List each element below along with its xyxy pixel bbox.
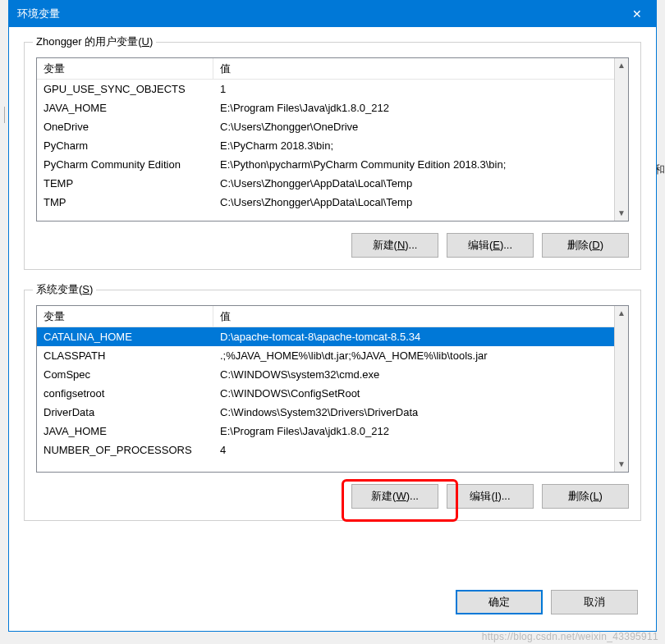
table-row[interactable]: OneDriveC:\Users\Zhongger\OneDrive	[37, 117, 614, 136]
table-row[interactable]: configsetrootC:\WINDOWS\ConfigSetRoot	[37, 384, 614, 403]
system-delete-button[interactable]: 删除(L)	[542, 484, 629, 509]
table-row[interactable]: JAVA_HOMEE:\Program Files\Java\jdk1.8.0_…	[37, 98, 614, 117]
col-header-value[interactable]: 值	[213, 58, 614, 80]
user-edit-button[interactable]: 编辑(E)...	[447, 233, 534, 258]
table-row[interactable]: TEMPC:\Users\Zhongger\AppData\Local\Temp	[37, 174, 614, 193]
var-name-cell: JAVA_HOME	[37, 423, 213, 439]
var-value-cell: .;%JAVA_HOME%\lib\dt.jar;%JAVA_HOME%\lib…	[213, 348, 614, 363]
var-name-cell: CATALINA_HOME	[37, 329, 213, 345]
user-vars-table[interactable]: 变量 值 GPU_USE_SYNC_OBJECTS1JAVA_HOMEE:\Pr…	[36, 57, 629, 222]
close-button[interactable]: ✕	[618, 1, 656, 27]
var-value-cell: D:\apache-tomcat-8\apache-tomcat-8.5.34	[213, 329, 614, 345]
var-value-cell: C:\Users\Zhongger\AppData\Local\Temp	[213, 176, 614, 191]
watermark-text: https://blog.csdn.net/weixin_43395911	[482, 631, 658, 642]
col-header-value[interactable]: 值	[213, 306, 614, 327]
titlebar[interactable]: 环境变量 ✕	[9, 1, 656, 27]
cancel-button[interactable]: 取消	[551, 590, 638, 614]
table-row[interactable]: GPU_USE_SYNC_OBJECTS1	[37, 80, 614, 98]
var-value-cell: E:\Program Files\Java\jdk1.8.0_212	[213, 423, 614, 439]
dialog-content: Zhongger 的用户变量(U) 变量 值 GPU_USE_SYNC_OBJE…	[9, 27, 656, 631]
system-new-button[interactable]: 新建(W)...	[351, 484, 438, 509]
var-name-cell: CLASSPATH	[37, 348, 213, 363]
var-value-cell: E:\Program Files\Java\jdk1.8.0_212	[213, 100, 614, 116]
table-row[interactable]: TMPC:\Users\Zhongger\AppData\Local\Temp	[37, 193, 614, 212]
ok-button[interactable]: 确定	[456, 590, 543, 614]
dialog-footer: 确定 取消	[24, 590, 641, 616]
user-table-scrollbar[interactable]: ▲ ▼	[614, 58, 628, 221]
table-row[interactable]: CLASSPATH.;%JAVA_HOME%\lib\dt.jar;%JAVA_…	[37, 346, 614, 365]
system-vars-label: 系统变量(S)	[33, 282, 96, 297]
var-value-cell: C:\Windows\System32\Drivers\DriverData	[213, 404, 614, 420]
table-row[interactable]: JAVA_HOMEE:\Program Files\Java\jdk1.8.0_…	[37, 422, 614, 441]
var-name-cell: OneDrive	[37, 119, 213, 135]
scroll-down-icon[interactable]: ▼	[617, 208, 626, 219]
table-row[interactable]: NUMBER_OF_PROCESSORS4	[37, 441, 614, 459]
var-value-cell: E:\Python\pycharm\PyCharm Community Edit…	[213, 157, 614, 172]
scroll-up-icon[interactable]: ▲	[617, 308, 626, 319]
dialog-title: 环境变量	[17, 7, 60, 21]
system-table-scrollbar[interactable]: ▲ ▼	[614, 306, 628, 472]
user-vars-group: Zhongger 的用户变量(U) 变量 值 GPU_USE_SYNC_OBJE…	[24, 42, 641, 270]
var-value-cell: E:\PyCharm 2018.3\bin;	[213, 138, 614, 153]
system-vars-buttons: 新建(W)... 编辑(I)... 删除(L)	[36, 484, 629, 509]
col-header-variable[interactable]: 变量	[37, 306, 213, 327]
table-row[interactable]: DriverDataC:\Windows\System32\Drivers\Dr…	[37, 403, 614, 422]
var-value-cell: C:\WINDOWS\ConfigSetRoot	[213, 386, 614, 401]
var-name-cell: PyCharm	[37, 138, 213, 153]
var-name-cell: NUMBER_OF_PROCESSORS	[37, 442, 213, 458]
var-name-cell: DriverData	[37, 404, 213, 420]
system-vars-group: 系统变量(S) 变量 值 CATALINA_HOMED:\apache-tomc…	[24, 290, 641, 521]
user-vars-buttons: 新建(N)... 编辑(E)... 删除(D)	[36, 233, 629, 258]
var-value-cell: C:\Users\Zhongger\AppData\Local\Temp	[213, 194, 614, 210]
scroll-up-icon[interactable]: ▲	[617, 60, 626, 71]
var-value-cell: 1	[213, 81, 614, 97]
var-value-cell: C:\WINDOWS\system32\cmd.exe	[213, 367, 614, 382]
var-name-cell: GPU_USE_SYNC_OBJECTS	[37, 81, 213, 97]
user-delete-button[interactable]: 删除(D)	[542, 233, 629, 258]
close-icon: ✕	[632, 7, 642, 21]
var-name-cell: configsetroot	[37, 386, 213, 401]
system-vars-table[interactable]: 变量 值 CATALINA_HOMED:\apache-tomcat-8\apa…	[36, 305, 629, 473]
col-header-variable[interactable]: 变量	[37, 58, 213, 80]
table-row[interactable]: ComSpecC:\WINDOWS\system32\cmd.exe	[37, 365, 614, 384]
user-table-header: 变量 值	[37, 58, 614, 80]
table-row[interactable]: PyCharmE:\PyCharm 2018.3\bin;	[37, 136, 614, 155]
var-name-cell: ComSpec	[37, 367, 213, 382]
var-value-cell: 4	[213, 442, 614, 458]
user-new-button[interactable]: 新建(N)...	[351, 233, 438, 258]
env-vars-dialog: 环境变量 ✕ Zhongger 的用户变量(U) 变量 值 GPU_USE_SY…	[8, 0, 657, 632]
system-edit-button[interactable]: 编辑(I)...	[447, 484, 534, 509]
var-value-cell: C:\Users\Zhongger\OneDrive	[213, 119, 614, 135]
var-name-cell: TMP	[37, 194, 213, 210]
scroll-down-icon[interactable]: ▼	[617, 459, 626, 470]
background-edge	[0, 107, 5, 123]
var-name-cell: PyCharm Community Edition	[37, 157, 213, 172]
var-name-cell: JAVA_HOME	[37, 100, 213, 116]
table-row[interactable]: PyCharm Community EditionE:\Python\pycha…	[37, 155, 614, 174]
var-name-cell: TEMP	[37, 176, 213, 191]
system-table-header: 变量 值	[37, 306, 614, 327]
table-row[interactable]: CATALINA_HOMED:\apache-tomcat-8\apache-t…	[37, 327, 614, 346]
user-vars-label: Zhongger 的用户变量(U)	[33, 34, 156, 49]
